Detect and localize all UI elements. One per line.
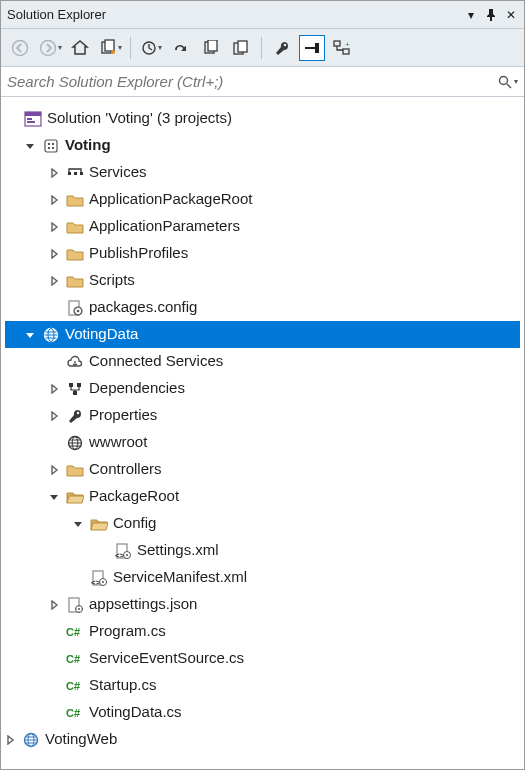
folder-open-icon bbox=[65, 487, 85, 507]
xml-icon: <> bbox=[113, 541, 133, 561]
close-icon[interactable]: ✕ bbox=[504, 8, 518, 22]
svg-point-10 bbox=[284, 43, 287, 46]
json-icon bbox=[65, 595, 85, 615]
expand-arrow-icon[interactable] bbox=[49, 465, 65, 475]
tree-item[interactable]: Config bbox=[5, 510, 520, 537]
tree-item[interactable]: ApplicationPackageRoot bbox=[5, 186, 520, 213]
search-input[interactable] bbox=[7, 73, 498, 90]
preview-selected-items-button[interactable] bbox=[299, 35, 325, 61]
tree-item[interactable]: Properties bbox=[5, 402, 520, 429]
svg-text:C#: C# bbox=[66, 680, 80, 692]
collapse-all-button[interactable] bbox=[198, 35, 224, 61]
tree-item[interactable]: C#Program.cs bbox=[5, 618, 520, 645]
expand-arrow-icon[interactable] bbox=[49, 384, 65, 394]
tree-item[interactable]: appsettings.json bbox=[5, 591, 520, 618]
tree-item[interactable]: wwwroot bbox=[5, 429, 520, 456]
expand-arrow-icon[interactable] bbox=[49, 249, 65, 259]
home-button[interactable] bbox=[67, 35, 93, 61]
tree-item[interactable]: Dependencies bbox=[5, 375, 520, 402]
nav-forward-button[interactable]: ▾ bbox=[37, 35, 63, 61]
tree-item-label: Services bbox=[89, 164, 155, 181]
pending-changes-filter-button[interactable]: ▾ bbox=[138, 35, 164, 61]
collapse-arrow-icon[interactable] bbox=[73, 519, 89, 529]
config-icon bbox=[65, 298, 85, 318]
search-icon[interactable]: ▾ bbox=[498, 75, 518, 89]
tree-item[interactable]: C#Startup.cs bbox=[5, 672, 520, 699]
tree-item-label: Startup.cs bbox=[89, 677, 165, 694]
tree-item-label: VotingData.cs bbox=[89, 704, 190, 721]
svg-rect-14 bbox=[343, 49, 349, 54]
sf-project-icon bbox=[41, 136, 61, 156]
expand-arrow-icon[interactable] bbox=[49, 195, 65, 205]
web-project-icon bbox=[21, 730, 41, 750]
tree-item[interactable]: VotingWeb bbox=[5, 726, 520, 753]
folder-icon bbox=[65, 460, 85, 480]
tree-item[interactable]: PackageRoot bbox=[5, 483, 520, 510]
expand-arrow-icon[interactable] bbox=[49, 411, 65, 421]
expand-arrow-icon[interactable] bbox=[49, 600, 65, 610]
tree-item-label: ApplicationParameters bbox=[89, 218, 248, 235]
svg-rect-18 bbox=[25, 112, 41, 116]
svg-rect-7 bbox=[208, 40, 217, 51]
tree-item[interactable]: Controllers bbox=[5, 456, 520, 483]
svg-rect-21 bbox=[45, 140, 57, 152]
toolbar: ▾ ▾ ▾ + bbox=[1, 29, 524, 67]
svg-point-43 bbox=[126, 554, 128, 556]
svg-rect-22 bbox=[48, 143, 50, 145]
tree-item[interactable]: PublishProfiles bbox=[5, 240, 520, 267]
pin-icon[interactable] bbox=[484, 8, 498, 22]
tree-item[interactable]: C#ServiceEventSource.cs bbox=[5, 645, 520, 672]
tree-item[interactable]: Connected Services bbox=[5, 348, 520, 375]
solution-node[interactable]: Solution 'Voting' (3 projects) bbox=[5, 105, 520, 132]
tree-item-label: ServiceManifest.xml bbox=[113, 569, 255, 586]
svg-rect-24 bbox=[48, 147, 50, 149]
solution-tree[interactable]: Solution 'Voting' (3 projects) VotingSer… bbox=[1, 97, 524, 769]
properties-button[interactable] bbox=[269, 35, 295, 61]
svg-point-1 bbox=[40, 40, 55, 55]
svg-rect-3 bbox=[105, 40, 114, 51]
expand-arrow-icon[interactable] bbox=[5, 735, 21, 745]
tree-item[interactable]: ApplicationParameters bbox=[5, 213, 520, 240]
expand-arrow-icon[interactable] bbox=[49, 276, 65, 286]
services-icon bbox=[65, 163, 85, 183]
svg-rect-20 bbox=[27, 121, 35, 123]
svg-rect-12 bbox=[315, 43, 319, 53]
expand-arrow-icon[interactable] bbox=[49, 168, 65, 178]
tree-item-label: Config bbox=[113, 515, 164, 532]
tree-item-label: Controllers bbox=[89, 461, 170, 478]
deps-icon bbox=[65, 379, 85, 399]
view-class-diagram-button[interactable]: + bbox=[329, 35, 355, 61]
tree-item-label: Scripts bbox=[89, 272, 143, 289]
window-menu-icon[interactable]: ▾ bbox=[464, 8, 478, 22]
tree-item[interactable]: <>Settings.xml bbox=[5, 537, 520, 564]
collapse-arrow-icon[interactable] bbox=[25, 330, 41, 340]
tree-item[interactable]: <>ServiceManifest.xml bbox=[5, 564, 520, 591]
sync-button[interactable] bbox=[168, 35, 194, 61]
svg-rect-11 bbox=[305, 47, 315, 49]
collapse-arrow-icon[interactable] bbox=[25, 141, 41, 151]
toolbar-separator bbox=[130, 37, 131, 59]
solution-label: Solution 'Voting' (3 projects) bbox=[47, 110, 240, 127]
tree-item[interactable]: Voting bbox=[5, 132, 520, 159]
tree-item[interactable]: Services bbox=[5, 159, 520, 186]
search-bar: ▾ bbox=[1, 67, 524, 97]
tree-item[interactable]: VotingData bbox=[5, 321, 520, 348]
svg-rect-23 bbox=[52, 143, 54, 145]
nav-back-button[interactable] bbox=[7, 35, 33, 61]
tree-item-label: Voting bbox=[65, 137, 119, 154]
tree-item-label: Dependencies bbox=[89, 380, 193, 397]
switch-views-button[interactable]: ▾ bbox=[97, 35, 123, 61]
collapse-arrow-icon[interactable] bbox=[49, 492, 65, 502]
tree-item[interactable]: Scripts bbox=[5, 267, 520, 294]
svg-text:C#: C# bbox=[66, 707, 80, 719]
show-all-files-button[interactable] bbox=[228, 35, 254, 61]
folder-icon bbox=[65, 190, 85, 210]
expand-arrow-icon[interactable] bbox=[49, 222, 65, 232]
tree-item-label: PackageRoot bbox=[89, 488, 187, 505]
svg-point-4 bbox=[111, 50, 115, 54]
web-project-icon bbox=[41, 325, 61, 345]
toolbar-separator bbox=[261, 37, 262, 59]
cs-icon: C# bbox=[65, 622, 85, 642]
tree-item[interactable]: C#VotingData.cs bbox=[5, 699, 520, 726]
tree-item[interactable]: packages.config bbox=[5, 294, 520, 321]
